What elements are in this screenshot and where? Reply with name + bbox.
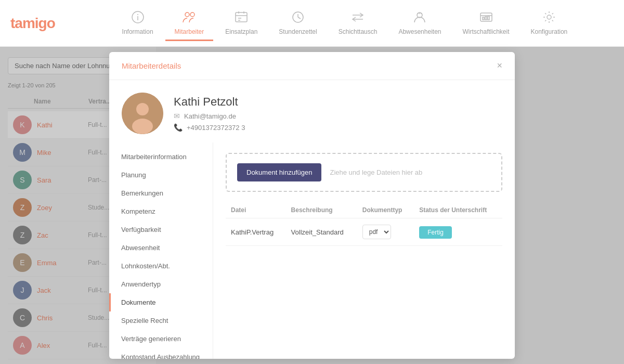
svg-point-4 — [190, 12, 194, 17]
svg-rect-19 — [485, 17, 487, 20]
modal-nav-planung[interactable]: Planung — [109, 166, 213, 184]
nav-item-abwesenheiten[interactable]: Abwesenheiten — [389, 5, 450, 41]
svg-line-13 — [298, 17, 301, 19]
nav-item-einsatzplan[interactable]: Einsatzplan — [216, 5, 267, 41]
profile-name: Kathi Petzolt — [174, 95, 245, 109]
stundenzettel-icon — [290, 9, 306, 25]
svg-rect-18 — [483, 17, 484, 20]
profile-info: Kathi Petzolt ✉ Kathi@tamigo.de 📞 +49013… — [174, 95, 245, 132]
col-beschreibung: Beschreibung — [286, 202, 357, 218]
doc-type-cell: pdf — [357, 218, 414, 246]
upload-area: Dokument hinzufügen Ziehe und lege Datei… — [226, 153, 502, 192]
modal-nav-mitarbeiterinformation[interactable]: Mitarbeiterinformation — [109, 148, 213, 166]
modal-nav-verfugbarkeit[interactable]: Verfügbarkeit — [109, 220, 213, 239]
svg-point-2 — [137, 14, 138, 15]
status-badge: Fertig — [419, 226, 452, 239]
modal-nav-kompetenz[interactable]: Kompetenz — [109, 202, 213, 220]
svg-point-3 — [185, 12, 189, 17]
profile-phone: 📞 +4901372372372 3 — [174, 123, 245, 132]
modal-close-button[interactable]: × — [497, 60, 502, 71]
modal-nav-dokumente[interactable]: Dokumente — [109, 293, 213, 311]
abwesenheiten-icon — [412, 9, 427, 25]
schichttausch-icon — [350, 9, 366, 25]
documents-table: Datei Beschreibung Dokumenttyp Status de… — [226, 202, 502, 246]
modal-body: Mitarbeiterinformation Planung Bemerkung… — [109, 142, 515, 359]
nav-item-stundenzettel[interactable]: Stundenzettel — [269, 5, 326, 41]
modal-nav-vertrage[interactable]: Verträge generieren — [109, 330, 213, 348]
konfiguration-icon — [541, 9, 557, 25]
mitarbeiterdetails-modal: Mitarbeiterdetails × Kathi Petzolt ✉ — [109, 52, 515, 359]
app-logo: tamigo — [10, 15, 55, 32]
wirtschaftlichkeit-icon — [478, 9, 494, 25]
modal-overlay: Mitarbeiterdetails × Kathi Petzolt ✉ — [0, 47, 624, 364]
svg-rect-20 — [488, 16, 489, 20]
documents-content: Dokument hinzufügen Ziehe und lege Datei… — [213, 142, 515, 359]
nav-item-mitarbeiter[interactable]: Mitarbeiter — [165, 5, 214, 41]
nav-item-wirtschaftlichkeit[interactable]: Wirtschaftlichkeit — [453, 5, 518, 41]
modal-nav-abwesenheit[interactable]: Abwesenheit — [109, 239, 213, 257]
svg-point-21 — [547, 15, 551, 19]
modal-sidebar-nav: Mitarbeiterinformation Planung Bemerkung… — [109, 142, 213, 359]
nav-items: Information Mitarbeiter — [76, 5, 614, 41]
modal-nav-lohnkosten[interactable]: Lohnkosten/Abt. — [109, 257, 213, 275]
profile-section: Kathi Petzolt ✉ Kathi@tamigo.de 📞 +49013… — [109, 80, 515, 142]
doc-status-cell: Fertig — [414, 218, 502, 246]
doc-type-select[interactable]: pdf — [362, 225, 391, 239]
email-icon: ✉ — [174, 112, 180, 120]
upload-hint: Ziehe und lege Dateien hier ab — [330, 168, 422, 176]
main-area: Zeigt 1-20 von 205 Name Vertra... K Kath… — [0, 47, 624, 364]
modal-nav-anwendertyp[interactable]: Anwendertyp — [109, 275, 213, 293]
mitarbeiter-icon — [181, 9, 197, 25]
col-status: Status der Unterschrift — [414, 202, 502, 218]
nav-item-schichttausch[interactable]: Schichttausch — [329, 5, 387, 41]
upload-button[interactable]: Dokument hinzufügen — [237, 163, 321, 181]
svg-point-26 — [132, 119, 153, 134]
einsatzplan-icon — [233, 9, 249, 25]
profile-avatar — [122, 93, 163, 134]
modal-header: Mitarbeiterdetails × — [109, 52, 515, 80]
doc-file: KathiP.Vertrag — [226, 218, 286, 246]
modal-nav-bemerkungen[interactable]: Bemerkungen — [109, 184, 213, 202]
modal-title: Mitarbeiterdetails — [122, 61, 181, 70]
nav-item-information[interactable]: Information — [113, 5, 163, 41]
doc-description: Vollzeit_Standard — [286, 218, 357, 246]
col-dokumenttyp: Dokumenttyp — [357, 202, 414, 218]
svg-rect-5 — [236, 12, 247, 22]
modal-nav-kontostand[interactable]: Kontostand Ausbezahlung — [109, 348, 213, 359]
profile-email: ✉ Kathi@tamigo.de — [174, 112, 245, 120]
modal-nav-spezielle-recht[interactable]: Spezielle Recht — [109, 311, 213, 330]
phone-icon: 📞 — [174, 123, 183, 132]
nav-item-konfiguration[interactable]: Konfiguration — [522, 5, 577, 41]
svg-point-25 — [136, 103, 149, 115]
top-nav: tamigo Information — [0, 0, 624, 47]
table-row: KathiP.Vertrag Vollzeit_Standard pdf Fer… — [226, 218, 502, 246]
information-icon — [130, 9, 146, 25]
col-datei: Datei — [226, 202, 286, 218]
